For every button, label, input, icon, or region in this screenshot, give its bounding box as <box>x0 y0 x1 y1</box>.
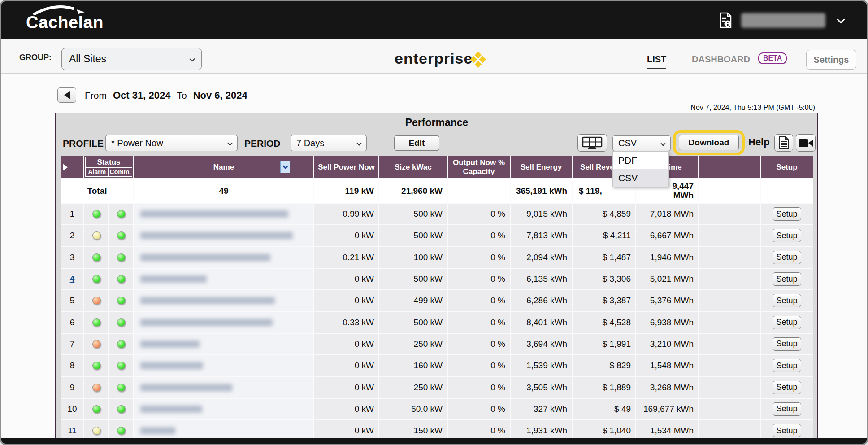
period-select[interactable]: 7 Days <box>291 135 367 151</box>
total-sell-energy: 365,191 kWh <box>511 179 572 203</box>
empty-cell <box>699 269 760 289</box>
setup-button[interactable]: Setup <box>773 402 801 416</box>
site-name-redacted[interactable] <box>134 247 313 268</box>
size-column-header[interactable]: Size kWac <box>379 156 447 178</box>
sell-energy-value: 6,286 kWh <box>511 290 572 311</box>
group-select-value: All Sites <box>69 53 106 65</box>
menu-item-csv[interactable]: CSV <box>613 169 668 187</box>
site-name-redacted[interactable] <box>134 355 313 376</box>
help-document-icon-button[interactable] <box>774 134 793 152</box>
chevron-down-icon <box>660 141 665 146</box>
help-video-icon-button[interactable] <box>796 134 816 152</box>
sell-energy-value: 3,505 kWh <box>511 377 572 397</box>
sell-energy-column-header[interactable]: Sell Energy <box>511 156 572 178</box>
setup-cell: Setup <box>761 355 813 376</box>
chevron-down-icon <box>189 56 195 62</box>
site-name-redacted[interactable] <box>134 399 313 419</box>
comm-status-cell <box>109 377 133 397</box>
setup-button[interactable]: Setup <box>773 207 801 221</box>
tab-dashboard[interactable]: DASHBOARD <box>692 54 750 65</box>
comm-status-cell <box>109 247 133 268</box>
setup-button[interactable]: Setup <box>773 316 801 329</box>
row-number: 1 <box>61 204 83 224</box>
alarm-led-green-icon <box>92 210 101 218</box>
format-select-value: CSV <box>618 138 637 148</box>
report-info-icon[interactable] <box>719 12 732 29</box>
site-name-redacted[interactable] <box>134 377 313 397</box>
to-date[interactable]: Nov 6, 2024 <box>193 90 247 101</box>
setup-cell: Setup <box>761 225 813 246</box>
row-number: 5 <box>61 290 83 311</box>
name-header-label: Name <box>213 163 234 172</box>
name-sort-dropdown-icon[interactable] <box>280 161 290 173</box>
setup-cell: Setup <box>761 377 813 397</box>
comm-led-green-icon <box>117 231 126 240</box>
profile-select[interactable]: * Power Now <box>105 135 238 151</box>
nav-bar: GROUP: All Sites enterprise LIST DASHBOA… <box>1 39 867 74</box>
enterprise-logo: enterprise <box>395 50 473 67</box>
sell-energy-value: 6,135 kWh <box>511 269 572 289</box>
alarm-led-green-icon <box>92 362 101 370</box>
account-name-redacted[interactable] <box>741 13 825 28</box>
format-select[interactable]: CSV <box>612 135 671 151</box>
alarm-header-label: Alarm <box>85 167 109 177</box>
row-number: 9 <box>61 377 83 397</box>
download-highlight-ring: Download <box>673 130 745 155</box>
download-button[interactable]: Download <box>679 135 739 150</box>
empty-cell <box>699 334 760 354</box>
setup-button[interactable]: Setup <box>773 424 801 437</box>
size-value: 500 kW <box>379 225 447 246</box>
site-name-redacted[interactable] <box>134 312 313 332</box>
tab-list[interactable]: LIST <box>647 54 666 69</box>
site-name-redacted[interactable] <box>134 334 313 354</box>
previous-period-button[interactable] <box>57 87 76 103</box>
setup-button[interactable]: Setup <box>773 251 801 264</box>
row-number[interactable]: 4 <box>61 269 83 289</box>
group-label: GROUP: <box>19 53 52 62</box>
lifetime-value: 1,946 MWh <box>636 247 698 268</box>
alarm-status-cell <box>84 355 108 376</box>
setup-button[interactable]: Setup <box>773 359 801 372</box>
expand-column-header[interactable] <box>61 156 83 178</box>
sell-revenue-value: $ 3,387 <box>573 290 635 311</box>
empty-cell <box>699 377 760 397</box>
setup-button[interactable]: Setup <box>773 272 801 286</box>
enterprise-diamonds-icon <box>471 52 485 66</box>
name-column-header[interactable]: Name <box>134 156 313 178</box>
site-name-redacted[interactable] <box>134 225 313 246</box>
site-name-redacted[interactable] <box>134 269 313 289</box>
from-label: From <box>85 90 107 101</box>
setup-cell: Setup <box>761 312 813 332</box>
edit-button[interactable]: Edit <box>394 135 439 151</box>
from-date[interactable]: Oct 31, 2024 <box>113 90 170 101</box>
output-column-header[interactable]: Output Now % Capacity <box>448 156 510 178</box>
lifetime-value: 5,376 MWh <box>636 290 698 311</box>
comm-led-green-icon <box>117 362 126 370</box>
row-number: 7 <box>61 334 83 354</box>
table-view-icon-button[interactable] <box>577 134 607 152</box>
menu-item-pdf[interactable]: PDF <box>613 152 668 169</box>
sell-revenue-value: $ 829 <box>573 355 635 376</box>
lifetime-value: 6,938 MWh <box>636 312 698 332</box>
account-chevron-down-icon[interactable] <box>837 15 845 23</box>
chevron-down-icon <box>356 140 361 145</box>
setup-button[interactable]: Setup <box>773 337 801 351</box>
sell-power-column-header[interactable]: Sell Power Now <box>314 156 378 178</box>
cachelan-logo: Cachelan <box>26 13 104 32</box>
beta-badge: BETA <box>758 52 787 64</box>
row-number: 8 <box>61 355 83 376</box>
setup-button[interactable]: Setup <box>773 294 801 307</box>
status-header-label: Status <box>85 157 132 168</box>
alarm-led-yellow-icon <box>92 427 101 435</box>
setup-button[interactable]: Setup <box>773 229 801 242</box>
comm-status-cell <box>109 312 133 332</box>
redacted-name-blur <box>140 232 293 239</box>
comm-led-green-icon <box>117 210 126 218</box>
site-name-redacted[interactable] <box>134 290 313 311</box>
group-select[interactable]: All Sites <box>61 48 202 70</box>
settings-button[interactable]: Settings <box>806 50 856 70</box>
site-name-redacted[interactable] <box>134 204 313 224</box>
comm-led-green-icon <box>117 384 126 392</box>
setup-button[interactable]: Setup <box>773 381 801 394</box>
redacted-name-blur <box>140 319 273 326</box>
